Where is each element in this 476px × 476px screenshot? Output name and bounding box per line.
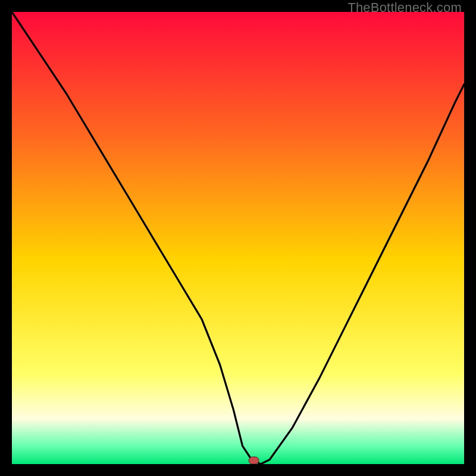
- watermark-text: TheBottleneck.com: [347, 0, 462, 15]
- gradient-background: [12, 12, 464, 464]
- optimal-marker: [249, 457, 259, 464]
- bottleneck-chart: [12, 12, 464, 464]
- chart-frame: [12, 12, 464, 464]
